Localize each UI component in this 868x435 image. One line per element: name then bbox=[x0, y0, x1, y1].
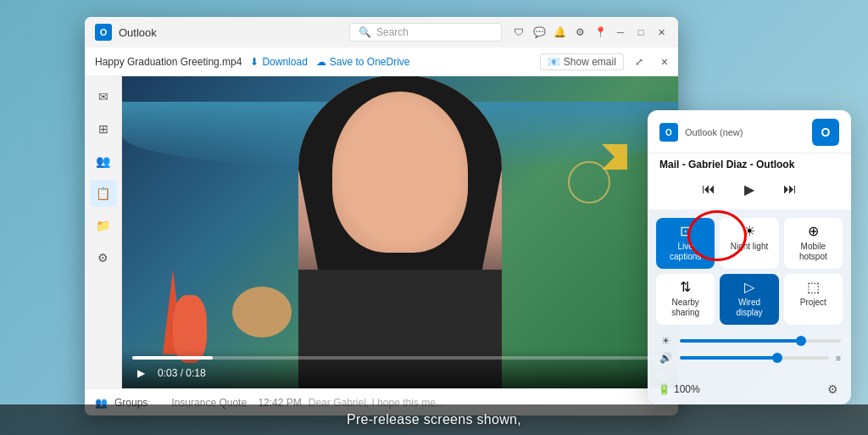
project-label: Project bbox=[800, 298, 826, 308]
download-label: Download bbox=[262, 56, 307, 68]
minimize-button[interactable]: ─ bbox=[614, 25, 627, 39]
controls-row: ▶ 0:03 / 0:18 🔊 bbox=[132, 365, 668, 382]
video-player: ▶ 0:03 / 0:18 🔊 bbox=[122, 76, 678, 388]
onedrive-icon: ☁ bbox=[316, 56, 326, 68]
project-button[interactable]: ⬚ Project bbox=[784, 274, 843, 325]
overlay-text: Pre-release screens shown, bbox=[347, 412, 521, 427]
shield-icon: 🛡 bbox=[512, 25, 526, 39]
attachment-close-button[interactable]: × bbox=[661, 55, 668, 69]
attachment-bar: Happy Graduation Greeting.mp4 ⬇ Download… bbox=[85, 47, 678, 76]
qs-outlook-logo: O bbox=[812, 119, 839, 146]
email-icon: 📧 bbox=[548, 56, 560, 68]
qs-footer: 🔋 100% ⚙ bbox=[648, 377, 851, 404]
search-placeholder: Search bbox=[376, 26, 409, 38]
nearby-sharing-button[interactable]: ⇅ Nearby sharing bbox=[656, 274, 715, 325]
settings-gear-button[interactable]: ⚙ bbox=[824, 381, 841, 398]
file-name: Happy Graduation Greeting.mp4 bbox=[95, 56, 242, 68]
qs-sliders: ☀ 🔊 ≡ bbox=[648, 330, 851, 377]
volume-extra: ≡ bbox=[836, 354, 841, 363]
location-icon: 📍 bbox=[593, 25, 607, 39]
live-captions-label: Live captions bbox=[661, 242, 709, 262]
volume-icon: 🔊 bbox=[658, 352, 673, 364]
qs-title: Mail - Gabriel Diaz - Outlook bbox=[659, 159, 794, 170]
battery-icon: 🔋 bbox=[658, 383, 670, 395]
search-bar[interactable]: 🔍 Search bbox=[349, 23, 502, 42]
person-in-video bbox=[298, 76, 502, 388]
night-light-label: Night light bbox=[731, 242, 768, 252]
title-bar: O Outlook 🔍 Search 🛡 💬 🔔 ⚙ 📍 ─ □ ✕ bbox=[85, 17, 678, 47]
quick-settings-panel: O Outlook (new) O Mail - Gabriel Diaz - … bbox=[648, 110, 851, 404]
brightness-thumb[interactable] bbox=[796, 336, 806, 346]
media-controls: ⏮ ▶ ⏭ bbox=[648, 172, 851, 209]
qs-buttons-grid: ⊡ Live captions ☀ Night light ⊕ Mobile h… bbox=[648, 209, 851, 330]
sidebar-item-mail[interactable]: ✉ bbox=[90, 83, 117, 110]
sidebar: ✉ ⊞ 👥 📋 📁 ⚙ bbox=[85, 76, 122, 388]
volume-thumb[interactable] bbox=[772, 353, 782, 363]
brightness-slider-row: ☀ bbox=[658, 335, 841, 347]
volume-slider-row: 🔊 ≡ bbox=[658, 352, 841, 364]
qs-app-icon: O bbox=[659, 123, 678, 142]
wired-display-icon: ▷ bbox=[744, 281, 754, 294]
sidebar-item-4[interactable]: 📋 bbox=[90, 180, 117, 207]
progress-fill bbox=[132, 356, 213, 360]
save-label: Save to OneDrive bbox=[330, 56, 410, 68]
close-button[interactable]: ✕ bbox=[654, 25, 668, 39]
qs-header: O Outlook (new) O bbox=[648, 110, 851, 153]
brightness-fill bbox=[680, 339, 801, 343]
progress-bar[interactable] bbox=[132, 356, 668, 360]
maximize-button[interactable]: □ bbox=[634, 25, 648, 39]
time-display: 0:03 / 0:18 bbox=[158, 367, 206, 379]
mobile-hotspot-button[interactable]: ⊕ Mobile hotspot bbox=[784, 218, 843, 269]
download-icon: ⬇ bbox=[250, 56, 259, 68]
mobile-hotspot-label: Mobile hotspot bbox=[789, 242, 837, 262]
download-button[interactable]: ⬇ Download bbox=[250, 56, 307, 68]
bell-icon: 🔔 bbox=[553, 25, 566, 39]
sidebar-item-3[interactable]: 👥 bbox=[90, 148, 117, 175]
media-prev-button[interactable]: ⏮ bbox=[697, 177, 721, 201]
live-captions-button[interactable]: ⊡ Live captions bbox=[656, 218, 715, 269]
outlook-logo: O bbox=[95, 24, 112, 41]
window-title: Outlook bbox=[119, 26, 349, 39]
media-play-button[interactable]: ▶ bbox=[737, 177, 761, 201]
video-background bbox=[122, 76, 678, 388]
outlook-window: O Outlook 🔍 Search 🛡 💬 🔔 ⚙ 📍 ─ □ ✕ Happy… bbox=[85, 17, 678, 415]
brightness-track[interactable] bbox=[680, 339, 841, 343]
night-light-button[interactable]: ☀ Night light bbox=[720, 218, 778, 269]
show-email-label: Show email bbox=[564, 56, 616, 68]
sidebar-item-6[interactable]: ⚙ bbox=[90, 244, 117, 271]
content-area: ✉ ⊞ 👥 📋 📁 ⚙ bbox=[85, 76, 678, 388]
live-captions-icon: ⊡ bbox=[680, 225, 691, 238]
settings-icon[interactable]: ⚙ bbox=[573, 25, 587, 39]
sidebar-item-2[interactable]: ⊞ bbox=[90, 115, 117, 142]
wired-display-button[interactable]: ▷ Wired display bbox=[720, 274, 778, 325]
volume-fill bbox=[680, 356, 777, 360]
volume-track[interactable] bbox=[680, 356, 829, 360]
qs-app-name: Outlook (new) bbox=[685, 127, 743, 137]
chat-icon: 💬 bbox=[532, 25, 546, 39]
bottom-overlay: Pre-release screens shown, bbox=[0, 404, 868, 435]
window-controls: 🛡 💬 🔔 ⚙ 📍 ─ □ ✕ bbox=[512, 25, 668, 39]
wired-display-label: Wired display bbox=[725, 298, 773, 318]
show-email-button[interactable]: 📧 Show email bbox=[540, 53, 624, 70]
search-icon: 🔍 bbox=[359, 26, 371, 38]
play-button[interactable]: ▶ bbox=[132, 365, 149, 382]
brightness-icon: ☀ bbox=[658, 335, 673, 347]
project-icon: ⬚ bbox=[807, 281, 820, 294]
night-light-icon: ☀ bbox=[743, 225, 755, 238]
video-controls: ▶ 0:03 / 0:18 🔊 bbox=[122, 349, 678, 388]
battery-label: 100% bbox=[674, 383, 700, 395]
nearby-sharing-label: Nearby sharing bbox=[661, 298, 709, 318]
battery-indicator: 🔋 100% bbox=[658, 383, 700, 395]
popout-icon[interactable]: ⤢ bbox=[632, 55, 646, 69]
mobile-hotspot-icon: ⊕ bbox=[808, 225, 819, 238]
sidebar-item-5[interactable]: 📁 bbox=[90, 212, 117, 239]
media-next-button[interactable]: ⏭ bbox=[778, 177, 802, 201]
nearby-sharing-icon: ⇅ bbox=[680, 281, 691, 294]
save-onedrive-button[interactable]: ☁ Save to OneDrive bbox=[316, 56, 410, 68]
